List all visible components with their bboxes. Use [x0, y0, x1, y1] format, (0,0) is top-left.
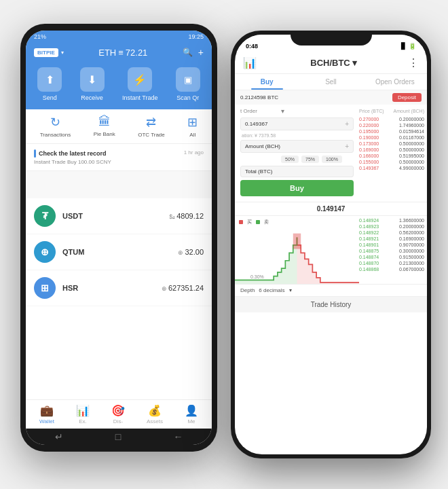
trade-history-bar[interactable]: Trade History	[235, 296, 427, 312]
ob-sell-amount-8: 4.99000000	[399, 166, 424, 170]
receive-label: Receive	[81, 94, 103, 101]
notification-bar: Check the latest record Instant Trade Bu…	[26, 144, 212, 171]
nav-assets[interactable]: 💰 Assets	[147, 404, 163, 424]
ob-buy-price-7: 0.148870	[359, 261, 379, 266]
balance-bar: 0.2124598 BTC Deposit	[235, 90, 427, 105]
add-icon[interactable]: +	[198, 47, 204, 58]
price-plus-icon[interactable]: +	[345, 120, 349, 128]
network-label: 21%	[34, 33, 46, 40]
usdt-balance: $₄4809.12	[169, 212, 204, 220]
all-button[interactable]: ⊞ All	[187, 115, 198, 138]
ob-buy-price-2: 0.148922	[359, 230, 379, 235]
home-icon[interactable]: □	[115, 431, 121, 442]
ob-sell-row: 0.155000 0.50000000	[359, 159, 424, 165]
chart-icon[interactable]: 📊	[243, 56, 259, 69]
hsr-balance: ⊕627351.24	[162, 284, 204, 292]
send-button[interactable]: ⬆ Send	[37, 67, 62, 101]
assets-icon: 💰	[148, 404, 162, 417]
tab-sell[interactable]: Sell	[299, 74, 362, 90]
quick-actions-bar: ⬆ Send ⬇ Receive ⚡ Instant Trade ▣ Scan …	[26, 62, 212, 109]
ob-sell-amount-6: 0.51995000	[399, 153, 424, 158]
amount-input[interactable]: Amount (BCH) +	[240, 140, 354, 153]
amount-row: Amount (BCH) +	[240, 140, 354, 153]
back-icon[interactable]: ↵	[55, 431, 63, 442]
hsr-symbol: ⊕	[162, 285, 167, 292]
ios-screen: 0:48 ▊ 🔋 📊 BCH/BTC ▾ ⋮	[235, 35, 427, 454]
otc-trade-button[interactable]: ⇄ OTC Trade	[138, 115, 165, 138]
total-input[interactable]: Total (BTC)	[240, 166, 354, 177]
nav-wallet[interactable]: 💼 Wallet	[39, 404, 54, 424]
mid-price: 0.149147	[235, 202, 427, 216]
nav-exchange[interactable]: 📊 Ex.	[76, 404, 90, 424]
buy-button[interactable]: Buy	[240, 180, 354, 196]
price-input[interactable]: 0.149367 +	[240, 117, 354, 130]
list-item[interactable]: ₮ USDT $₄4809.12	[26, 198, 212, 234]
ob-sell-row: 0.220000 1.74960000	[359, 122, 424, 128]
ob-sell-row: 0.169000 0.50000000	[359, 147, 424, 153]
app-header: BITPIE ▾ ETH ≡ 72.21 🔍 +	[26, 43, 212, 62]
amount-plus-icon[interactable]: +	[345, 143, 349, 150]
order-type-dropdown-icon[interactable]: ▾	[281, 107, 284, 115]
bottom-nav: 💼 Wallet 📊 Ex. 🎯 Dis- 💰 Assets	[26, 399, 212, 429]
notification-time: 1 hr ago	[184, 149, 204, 156]
recents-icon[interactable]: ←	[173, 431, 183, 442]
scan-qr-button[interactable]: ▣ Scan Qr	[176, 67, 200, 101]
nav-discover[interactable]: 🎯 Dis-	[111, 404, 125, 424]
ios-status-icons: ▊ 🔋	[401, 43, 416, 50]
depth-dropdown-icon[interactable]: ▾	[289, 287, 292, 293]
exchange-label: Ex.	[79, 418, 87, 424]
ob-sell-price-3: 0.190000	[359, 135, 379, 140]
ob-sell-amount-7: 0.50000000	[399, 160, 424, 164]
ob-buy-amount-6: 0.91500000	[399, 255, 424, 259]
order-form: t Order ▾ 0.149367 + atio	[235, 105, 359, 202]
list-item[interactable]: ⊞ HSR ⊕627351.24	[26, 270, 212, 306]
ob-sell-price-8: 0.149367	[359, 166, 379, 170]
pct-100-button[interactable]: 100%	[322, 156, 342, 163]
header-title: ETH ≡ 72.21	[98, 48, 147, 58]
dropdown-arrow-icon[interactable]: ▾	[61, 50, 64, 56]
transactions-label: Transactions	[40, 132, 71, 138]
ob-buy-amount-8: 0.06700000	[399, 267, 424, 272]
pct-row: 50% 75% 100%	[281, 156, 354, 163]
tab-open-orders[interactable]: Open Orders	[363, 74, 427, 90]
nav-me[interactable]: 👤 Me	[185, 404, 198, 424]
pct-75-button[interactable]: 75%	[301, 156, 319, 163]
qtum-balance: ⊕32.00	[178, 248, 204, 256]
ob-sell-amount-0: 0.20000000	[399, 117, 424, 122]
search-icon[interactable]: 🔍	[183, 48, 193, 57]
transactions-icon: ↻	[50, 115, 60, 130]
ob-buy-row: 0.148874 0.91500000	[359, 254, 424, 260]
hsr-logo: ⊞	[34, 277, 56, 299]
deposit-button[interactable]: Deposit	[392, 93, 422, 102]
ob-sell-amount-2: 0.01594614	[399, 129, 424, 134]
pair-name[interactable]: BCH/BTC ▾	[310, 58, 357, 68]
receive-button[interactable]: ⬇ Receive	[80, 67, 105, 101]
ob-sell-price-2: 0.195000	[359, 129, 379, 134]
instant-trade-button[interactable]: ⚡ Instant Trade	[122, 67, 158, 101]
ob-buy-price-3: 0.148921	[359, 236, 379, 241]
pct-50-button[interactable]: 50%	[281, 156, 299, 163]
otc-trade-label: OTC Trade	[138, 132, 165, 138]
list-item[interactable]: ⊕ QTUM ⊕32.00	[26, 234, 212, 270]
pie-bank-button[interactable]: 🏛 Pie Bank	[94, 115, 115, 138]
qtum-symbol: ⊕	[178, 249, 183, 256]
ios-phone: 0:48 ▊ 🔋 📊 BCH/BTC ▾ ⋮	[231, 31, 431, 458]
ob-header: Price (BTC) Amount (BCH)	[359, 107, 424, 115]
scan-qr-label: Scan Qr	[176, 94, 199, 101]
android-phone: 21% 19:25 BITPIE ▾ ETH ≡ 72.21 🔍	[20, 24, 217, 452]
me-label: Me	[187, 418, 195, 424]
depth-decimals: 6 decimals	[259, 287, 284, 293]
sell-legend-dot	[256, 220, 260, 224]
price-row: 0.149367 +	[240, 117, 354, 130]
time-label: 19:25	[188, 33, 204, 40]
notification-title: Check the latest record	[34, 149, 111, 158]
tab-buy[interactable]: Buy	[235, 74, 299, 90]
ob-sell-row: 0.149367 4.99000000	[359, 165, 424, 171]
qr-icon: ▣	[176, 67, 200, 92]
receive-icon: ⬇	[80, 67, 105, 92]
hsr-name: HSR	[62, 284, 162, 292]
qtum-name: QTUM	[62, 248, 178, 256]
transactions-button[interactable]: ↻ Transactions	[40, 115, 71, 138]
more-options-icon[interactable]: ⋮	[408, 56, 419, 69]
right-orderbook: Price (BTC) Amount (BCH) 0.270000 0.2000…	[359, 105, 427, 202]
